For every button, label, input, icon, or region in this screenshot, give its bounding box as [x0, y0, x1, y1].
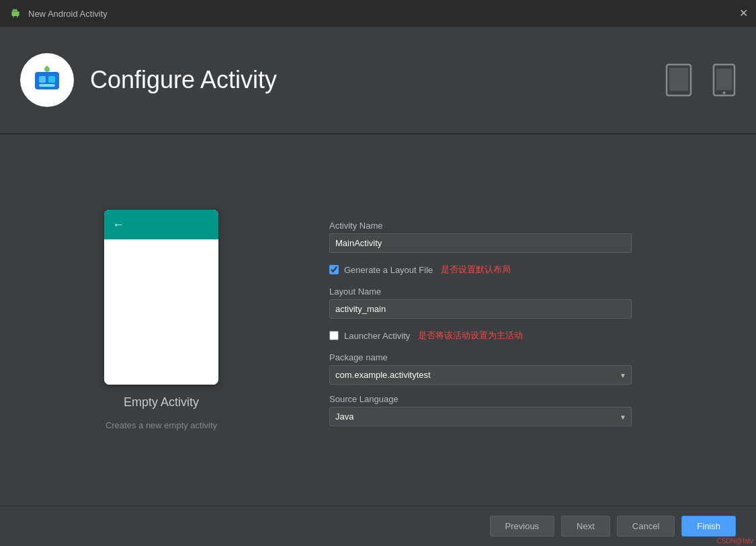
logo-circle — [20, 53, 74, 107]
activity-type-label: Empty Activity — [124, 395, 199, 410]
svg-rect-1 — [35, 72, 59, 89]
svg-rect-9 — [716, 69, 732, 90]
layout-name-group: Layout Name — [329, 286, 736, 319]
android-studio-logo — [27, 60, 67, 100]
svg-rect-7 — [669, 68, 688, 91]
layout-name-input[interactable] — [329, 299, 632, 319]
phone-toolbar: ← — [104, 210, 218, 239]
finish-button[interactable]: Finish — [681, 516, 736, 537]
right-panel: Activity Name Generate a Layout File 是否设… — [329, 148, 736, 492]
svg-rect-4 — [39, 84, 55, 87]
device-icons — [665, 63, 736, 97]
watermark: CSDN@fatv — [714, 536, 756, 546]
launcher-activity-row: Launcher Activity 是否将该活动设置为主活动 — [329, 329, 736, 342]
phone-preview: ← — [104, 210, 218, 385]
android-icon — [8, 6, 23, 21]
header: Configure Activity — [0, 27, 756, 134]
main-content: ← Empty Activity Creates a new empty act… — [0, 134, 756, 506]
launcher-activity-label: Launcher Activity — [344, 331, 410, 341]
activity-name-input[interactable] — [329, 233, 632, 253]
source-language-group: Source Language Java Kotlin ▼ — [329, 394, 736, 426]
generate-layout-label: Generate a Layout File — [344, 265, 433, 275]
source-language-wrapper: Java Kotlin ▼ — [329, 407, 632, 426]
activity-description: Creates a new empty activity — [106, 420, 217, 430]
package-name-wrapper: com.example.activitytest ▼ — [329, 365, 632, 385]
package-name-select[interactable]: com.example.activitytest — [329, 365, 632, 385]
title-bar: New Android Activity ✕ — [0, 0, 756, 27]
phone-icon — [712, 63, 736, 97]
page-title: Configure Activity — [90, 66, 277, 94]
next-button[interactable]: Next — [561, 516, 610, 537]
activity-name-group: Activity Name — [329, 221, 736, 253]
close-button[interactable]: ✕ — [739, 8, 748, 19]
title-bar-title: New Android Activity — [28, 9, 108, 19]
source-language-select[interactable]: Java Kotlin — [329, 407, 632, 426]
launcher-activity-annotation: 是否将该活动设置为主活动 — [418, 329, 523, 342]
header-left: Configure Activity — [20, 53, 277, 107]
svg-point-10 — [723, 91, 726, 94]
package-name-label: Package name — [329, 352, 736, 362]
previous-button[interactable]: Previous — [490, 516, 555, 537]
left-panel: ← Empty Activity Creates a new empty act… — [20, 148, 302, 492]
phone-body — [104, 239, 218, 385]
layout-name-label: Layout Name — [329, 286, 736, 297]
package-name-group: Package name com.example.activitytest ▼ — [329, 352, 736, 385]
title-bar-left: New Android Activity — [8, 6, 108, 21]
generate-layout-checkbox[interactable] — [329, 265, 339, 274]
footer: Previous Next Cancel Finish — [0, 506, 756, 546]
generate-layout-annotation: 是否设置默认布局 — [441, 264, 511, 276]
svg-rect-2 — [39, 76, 46, 83]
back-arrow-icon: ← — [112, 218, 124, 232]
svg-rect-3 — [48, 76, 55, 83]
cancel-button[interactable]: Cancel — [617, 516, 675, 537]
source-language-label: Source Language — [329, 394, 736, 404]
generate-layout-row: Generate a Layout File 是否设置默认布局 — [329, 264, 736, 276]
launcher-activity-checkbox[interactable] — [329, 331, 339, 340]
tablet-icon — [665, 63, 706, 97]
activity-name-label: Activity Name — [329, 221, 736, 231]
